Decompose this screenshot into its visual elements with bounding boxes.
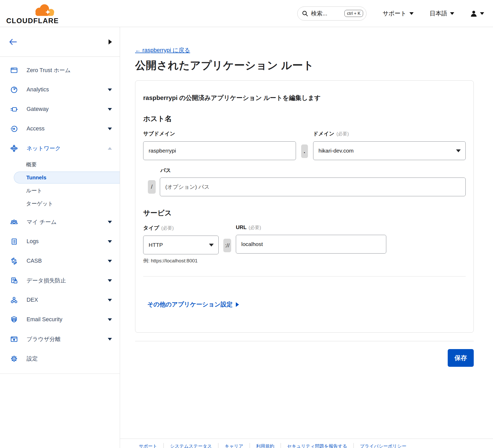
sidebar-item-routes[interactable]: ルート bbox=[0, 184, 120, 197]
scheme-separator-column: :// bbox=[219, 224, 236, 264]
back-to-tunnel-link[interactable]: ← raspberrypi に戻る bbox=[135, 46, 190, 54]
sidebar-item-tunnels[interactable]: Tunnels bbox=[14, 172, 120, 184]
sidebar-item-label: Analytics bbox=[27, 86, 49, 93]
sidebar-divider bbox=[0, 374, 120, 374]
chevron-down-icon bbox=[409, 12, 414, 15]
footer-link-careers[interactable]: キャリア bbox=[225, 443, 243, 448]
chevron-down-icon bbox=[108, 279, 112, 282]
path-label: パス bbox=[143, 167, 466, 174]
access-arrow-circle-icon bbox=[10, 125, 18, 133]
cloudflare-cloud-icon bbox=[31, 2, 56, 17]
footer-separator bbox=[353, 443, 354, 448]
footer-link-privacy-policy[interactable]: プライバシーポリシー bbox=[360, 443, 406, 448]
domain-label: ドメイン(必要) bbox=[313, 130, 466, 137]
sidebar-subitem-label: Tunnels bbox=[26, 174, 46, 181]
support-menu[interactable]: サポート bbox=[383, 9, 414, 17]
sidebar-item-targets[interactable]: ターゲット bbox=[0, 197, 120, 210]
chevron-down-icon bbox=[108, 89, 112, 91]
save-button[interactable]: 保存 bbox=[448, 349, 474, 367]
chevron-down-icon bbox=[456, 149, 461, 152]
sidebar-item-label: Zero Trust ホーム bbox=[27, 66, 71, 74]
chevron-down-icon bbox=[108, 260, 112, 262]
path-row: / bbox=[143, 178, 466, 196]
chevron-down-icon bbox=[480, 12, 484, 15]
sidebar-subitem-label: ターゲット bbox=[26, 200, 53, 207]
sidebar-item-dex[interactable]: DEX bbox=[0, 290, 120, 310]
gateway-icon bbox=[10, 105, 18, 113]
collapse-sidebar-icon[interactable] bbox=[109, 39, 112, 45]
sidebar-item-label: ブラウザ分離 bbox=[27, 335, 61, 343]
footer-link-report-security-issue[interactable]: セキュリティ問題を報告する bbox=[287, 443, 347, 448]
domain-select-value: hikari-dev.com bbox=[319, 148, 354, 154]
sidebar-item-label: Email Security bbox=[27, 316, 62, 323]
gear-icon bbox=[10, 355, 18, 363]
sidebar-item-label: データ損失防止 bbox=[27, 277, 66, 284]
document-lock-icon bbox=[10, 276, 18, 285]
footer-link-support[interactable]: サポート bbox=[139, 443, 157, 448]
cloudflare-wordmark: CLOUDFLARE bbox=[6, 17, 58, 24]
chevron-down-icon bbox=[108, 318, 112, 321]
footer-separator bbox=[218, 443, 218, 448]
footer-link-system-status[interactable]: システムステータス bbox=[170, 443, 212, 448]
chevron-down-icon bbox=[108, 221, 112, 223]
cloudflare-logo[interactable]: CLOUDFLARE bbox=[6, 2, 58, 24]
chevron-down-icon bbox=[108, 240, 112, 243]
keyboard-shortcut-badge: ctrl + K bbox=[344, 10, 363, 17]
chevron-down-icon bbox=[108, 108, 112, 111]
service-row: タイプ(必要) HTTP 例: https://localhost:8001 :… bbox=[143, 224, 466, 264]
language-menu[interactable]: 日本語 bbox=[430, 9, 454, 17]
sidebar-nav: Zero Trust ホーム Analytics G bbox=[0, 57, 120, 374]
sidebar-header bbox=[0, 27, 120, 57]
service-heading: サービス bbox=[143, 208, 466, 218]
network-subnav: 概要 Tunnels ルート ターゲット bbox=[0, 158, 120, 210]
search-input[interactable] bbox=[311, 10, 342, 17]
required-hint: (必要) bbox=[161, 225, 174, 231]
domain-label-text: ドメイン bbox=[313, 131, 334, 136]
footer-separator bbox=[163, 443, 164, 448]
subdomain-input[interactable] bbox=[143, 141, 296, 160]
molecule-icon bbox=[10, 296, 18, 304]
dot-separator-column: . bbox=[296, 130, 313, 160]
additional-settings-toggle[interactable]: その他のアプリケーション設定 bbox=[143, 300, 239, 308]
sidebar-item-gateway[interactable]: Gateway bbox=[0, 99, 120, 119]
type-select-value: HTTP bbox=[149, 242, 163, 248]
url-example-hint: 例: https://localhost:8001 bbox=[143, 257, 219, 264]
required-hint: (必要) bbox=[249, 225, 261, 230]
sidebar-item-email-security[interactable]: Email Security bbox=[0, 310, 120, 329]
sidebar-item-label: DEX bbox=[27, 297, 38, 303]
sidebar-item-access[interactable]: Access bbox=[0, 119, 120, 138]
sidebar-item-network[interactable]: ネットワーク bbox=[0, 138, 120, 158]
sidebar-item-browser-isolation[interactable]: ブラウザ分離 bbox=[0, 329, 120, 349]
subdomain-column: サブドメイン bbox=[143, 130, 296, 160]
account-menu[interactable] bbox=[470, 10, 484, 17]
sidebar-item-analytics[interactable]: Analytics bbox=[0, 80, 120, 99]
sidebar-item-overview[interactable]: 概要 bbox=[0, 158, 120, 171]
search-icon bbox=[302, 10, 308, 17]
path-input[interactable] bbox=[160, 178, 466, 196]
back-arrow-icon[interactable] bbox=[9, 39, 17, 45]
url-label: URL(必要) bbox=[236, 224, 386, 231]
sidebar-item-zero-trust-home[interactable]: Zero Trust ホーム bbox=[0, 60, 120, 80]
user-icon bbox=[470, 10, 477, 17]
sidebar-item-label: Logs bbox=[27, 238, 39, 245]
additional-settings-label: その他のアプリケーション設定 bbox=[147, 300, 232, 308]
network-graph-icon bbox=[10, 144, 18, 153]
sidebar-item-settings[interactable]: 設定 bbox=[0, 349, 120, 368]
url-input[interactable] bbox=[236, 235, 386, 254]
footer-link-terms[interactable]: 利用規約 bbox=[256, 443, 274, 448]
footer-separator bbox=[281, 443, 281, 448]
window-icon bbox=[10, 66, 18, 74]
sidebar-item-dlp[interactable]: データ損失防止 bbox=[0, 271, 120, 290]
domain-select[interactable]: hikari-dev.com bbox=[313, 141, 466, 160]
sidebar-item-logs[interactable]: Logs bbox=[0, 232, 120, 251]
chevron-up-icon bbox=[108, 147, 112, 150]
team-icon bbox=[10, 218, 18, 226]
global-search[interactable]: ctrl + K bbox=[297, 7, 366, 21]
sidebar-item-casb[interactable]: CASB bbox=[0, 251, 120, 271]
chevron-right-icon bbox=[236, 302, 239, 307]
type-select[interactable]: HTTP bbox=[143, 236, 219, 254]
path-prefix: / bbox=[148, 180, 156, 194]
page-footer: サポート システムステータス キャリア 利用規約 セキュリティ問題を報告する プ… bbox=[120, 439, 493, 448]
language-menu-label: 日本語 bbox=[430, 9, 447, 17]
sidebar-item-my-team[interactable]: マイ チーム bbox=[0, 212, 120, 232]
